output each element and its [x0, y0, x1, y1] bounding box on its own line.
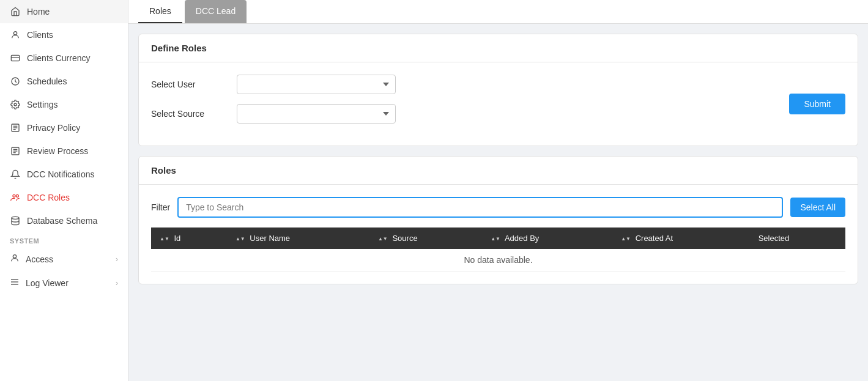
sidebar-item-label: Schedules — [27, 76, 67, 86]
sidebar-item-label: Settings — [27, 100, 58, 109]
sidebar-item-clients[interactable]: Clients — [0, 23, 128, 46]
user-icon — [10, 29, 21, 40]
sort-icon: ▲▼ — [378, 237, 388, 242]
log-icon — [10, 277, 20, 289]
tabs-bar: Roles DCC Lead — [128, 0, 868, 24]
sidebar-item-label: Database Schema — [27, 216, 97, 226]
no-data-row: No data available. — [151, 249, 845, 272]
sidebar-item-privacy-policy[interactable]: Privacy Policy — [0, 116, 128, 139]
filter-row: Filter Select All — [151, 197, 845, 218]
people-icon — [10, 192, 21, 203]
sidebar-item-access[interactable]: Access › — [0, 247, 128, 271]
sidebar-item-schedules[interactable]: Schedules — [0, 70, 128, 93]
content-area: Define Roles Select User Select Source — [128, 24, 868, 304]
define-roles-header: Define Roles — [139, 34, 858, 62]
select-source-dropdown[interactable] — [237, 104, 396, 124]
sidebar-item-settings[interactable]: Settings — [0, 93, 128, 116]
roles-card-header: Roles — [139, 157, 858, 185]
sidebar: Home Clients Clients Currency Schedules … — [0, 0, 128, 381]
sidebar-item-review-process[interactable]: Review Process — [0, 139, 128, 163]
col-created-at[interactable]: ▲▼ Created At — [612, 227, 749, 249]
filter-input[interactable] — [177, 197, 783, 218]
form-fields: Select User Select Source — [151, 75, 777, 133]
wallet-icon — [10, 53, 21, 64]
select-source-label: Select Source — [151, 109, 224, 119]
sidebar-item-label: Clients Currency — [27, 53, 90, 63]
sidebar-item-label: Access — [26, 254, 53, 264]
sidebar-item-dcc-roles[interactable]: DCC Roles — [0, 186, 128, 209]
access-icon — [10, 253, 20, 265]
svg-point-4 — [14, 103, 17, 106]
table-header: ▲▼ Id ▲▼ User Name ▲▼ Source — [151, 227, 845, 249]
clock-icon — [10, 76, 21, 87]
col-id[interactable]: ▲▼ Id — [151, 227, 227, 249]
col-added-by[interactable]: ▲▼ Added By — [482, 227, 612, 249]
select-source-row: Select Source — [151, 104, 777, 124]
chevron-right-icon: › — [116, 255, 118, 264]
bell-icon — [10, 169, 21, 180]
sidebar-item-database-schema[interactable]: Database Schema — [0, 209, 128, 232]
sidebar-item-label: Home — [27, 7, 50, 17]
select-all-button[interactable]: Select All — [790, 198, 845, 217]
sidebar-item-label: Clients — [27, 30, 53, 40]
sort-icon: ▲▼ — [621, 237, 631, 242]
tab-dcc-lead[interactable]: DCC Lead — [185, 0, 247, 23]
sidebar-item-label: Log Viewer — [26, 278, 69, 288]
svg-rect-1 — [11, 55, 19, 61]
sidebar-item-home[interactable]: Home — [0, 0, 128, 23]
select-user-label: Select User — [151, 80, 224, 89]
define-roles-form: Select User Select Source Submit — [151, 75, 845, 133]
svg-point-14 — [16, 194, 18, 197]
doc-icon — [10, 122, 21, 133]
sidebar-item-dcc-notifications[interactable]: DCC Notifications — [0, 163, 128, 186]
col-user-name[interactable]: ▲▼ User Name — [227, 227, 369, 249]
svg-point-0 — [13, 32, 17, 35]
select-user-dropdown[interactable] — [237, 75, 396, 94]
roles-table: ▲▼ Id ▲▼ User Name ▲▼ Source — [151, 227, 845, 272]
no-data-message: No data available. — [151, 249, 845, 272]
database-icon — [10, 215, 21, 226]
sidebar-item-label: DCC Notifications — [27, 169, 94, 179]
sort-icon: ▲▼ — [160, 237, 169, 242]
sidebar-item-label: DCC Roles — [27, 193, 70, 202]
sort-icon: ▲▼ — [491, 237, 500, 242]
sidebar-item-clients-currency[interactable]: Clients Currency — [0, 46, 128, 70]
home-icon — [10, 6, 21, 17]
define-roles-body: Select User Select Source Submit — [139, 62, 858, 146]
roles-card-body: Filter Select All ▲▼ Id ▲▼ — [139, 185, 858, 284]
define-roles-card: Define Roles Select User Select Source — [138, 34, 858, 146]
review-icon — [10, 146, 21, 157]
main-content: Roles DCC Lead Define Roles Select User — [128, 0, 868, 381]
svg-point-15 — [12, 216, 19, 219]
select-user-row: Select User — [151, 75, 777, 94]
svg-point-16 — [13, 255, 16, 258]
filter-label: Filter — [151, 202, 170, 212]
sidebar-item-log-viewer[interactable]: Log Viewer › — [0, 271, 128, 295]
sidebar-item-label: Review Process — [27, 146, 88, 156]
chevron-right-icon: › — [116, 279, 118, 287]
gear-icon — [10, 99, 21, 110]
system-section-label: SYSTEM — [0, 232, 128, 247]
sort-icon: ▲▼ — [236, 237, 245, 242]
col-selected: Selected — [750, 227, 845, 249]
svg-point-13 — [13, 194, 15, 197]
roles-card: Roles Filter Select All ▲▼ Id — [138, 156, 858, 284]
table-body: No data available. — [151, 249, 845, 272]
col-source[interactable]: ▲▼ Source — [369, 227, 482, 249]
sidebar-item-label: Privacy Policy — [27, 123, 80, 133]
submit-button[interactable]: Submit — [789, 94, 845, 114]
tab-roles[interactable]: Roles — [138, 0, 182, 23]
